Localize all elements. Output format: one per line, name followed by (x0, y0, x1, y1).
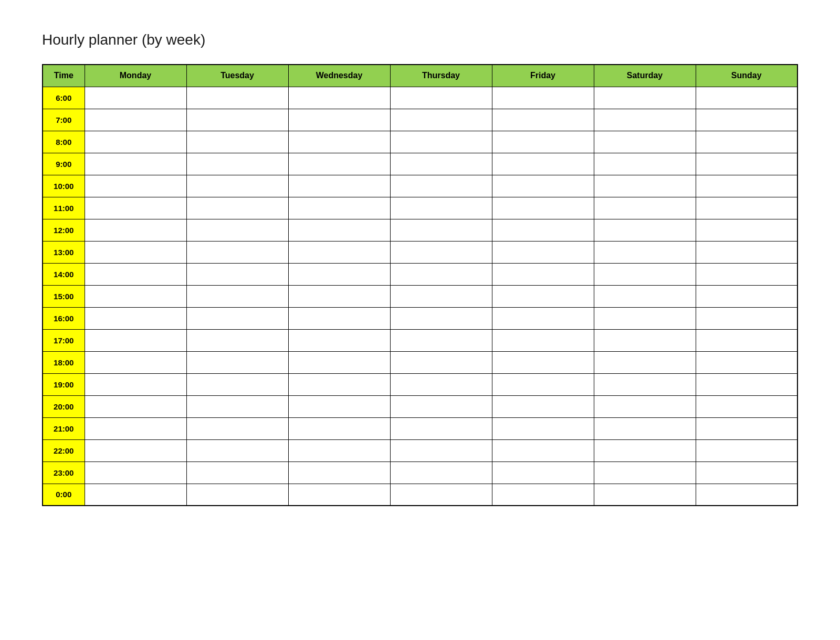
data-cell-17-1[interactable] (186, 461, 288, 484)
data-cell-16-2[interactable] (288, 439, 390, 461)
data-cell-3-0[interactable] (85, 153, 186, 175)
data-cell-1-6[interactable] (696, 109, 797, 131)
data-cell-8-3[interactable] (390, 263, 492, 285)
data-cell-14-0[interactable] (85, 395, 186, 417)
data-cell-11-4[interactable] (492, 329, 594, 351)
data-cell-9-2[interactable] (288, 285, 390, 307)
data-cell-3-2[interactable] (288, 153, 390, 175)
data-cell-12-5[interactable] (594, 351, 696, 373)
data-cell-3-1[interactable] (186, 153, 288, 175)
data-cell-1-4[interactable] (492, 109, 594, 131)
data-cell-15-6[interactable] (696, 417, 797, 439)
data-cell-1-5[interactable] (594, 109, 696, 131)
data-cell-15-4[interactable] (492, 417, 594, 439)
data-cell-15-0[interactable] (85, 417, 186, 439)
data-cell-16-4[interactable] (492, 439, 594, 461)
data-cell-9-0[interactable] (85, 285, 186, 307)
data-cell-15-3[interactable] (390, 417, 492, 439)
data-cell-0-0[interactable] (85, 87, 186, 109)
data-cell-10-2[interactable] (288, 307, 390, 329)
data-cell-16-3[interactable] (390, 439, 492, 461)
data-cell-11-6[interactable] (696, 329, 797, 351)
data-cell-1-1[interactable] (186, 109, 288, 131)
data-cell-2-6[interactable] (696, 131, 797, 153)
data-cell-17-3[interactable] (390, 461, 492, 484)
data-cell-6-5[interactable] (594, 219, 696, 241)
data-cell-0-2[interactable] (288, 87, 390, 109)
data-cell-13-3[interactable] (390, 373, 492, 395)
data-cell-3-6[interactable] (696, 153, 797, 175)
data-cell-4-5[interactable] (594, 175, 696, 197)
data-cell-17-5[interactable] (594, 461, 696, 484)
data-cell-7-0[interactable] (85, 241, 186, 263)
data-cell-12-2[interactable] (288, 351, 390, 373)
data-cell-14-1[interactable] (186, 395, 288, 417)
data-cell-6-4[interactable] (492, 219, 594, 241)
data-cell-4-2[interactable] (288, 175, 390, 197)
data-cell-0-6[interactable] (696, 87, 797, 109)
data-cell-11-1[interactable] (186, 329, 288, 351)
data-cell-8-1[interactable] (186, 263, 288, 285)
data-cell-18-4[interactable] (492, 484, 594, 506)
data-cell-13-5[interactable] (594, 373, 696, 395)
data-cell-2-5[interactable] (594, 131, 696, 153)
data-cell-17-2[interactable] (288, 461, 390, 484)
data-cell-4-0[interactable] (85, 175, 186, 197)
data-cell-2-0[interactable] (85, 131, 186, 153)
data-cell-10-1[interactable] (186, 307, 288, 329)
data-cell-4-3[interactable] (390, 175, 492, 197)
data-cell-9-5[interactable] (594, 285, 696, 307)
data-cell-7-6[interactable] (696, 241, 797, 263)
data-cell-5-3[interactable] (390, 197, 492, 219)
data-cell-8-4[interactable] (492, 263, 594, 285)
data-cell-5-0[interactable] (85, 197, 186, 219)
data-cell-3-5[interactable] (594, 153, 696, 175)
data-cell-18-1[interactable] (186, 484, 288, 506)
data-cell-7-3[interactable] (390, 241, 492, 263)
data-cell-11-5[interactable] (594, 329, 696, 351)
data-cell-18-2[interactable] (288, 484, 390, 506)
data-cell-14-4[interactable] (492, 395, 594, 417)
data-cell-7-1[interactable] (186, 241, 288, 263)
data-cell-5-1[interactable] (186, 197, 288, 219)
data-cell-13-4[interactable] (492, 373, 594, 395)
data-cell-17-0[interactable] (85, 461, 186, 484)
data-cell-10-0[interactable] (85, 307, 186, 329)
data-cell-15-1[interactable] (186, 417, 288, 439)
data-cell-10-4[interactable] (492, 307, 594, 329)
data-cell-16-5[interactable] (594, 439, 696, 461)
data-cell-14-3[interactable] (390, 395, 492, 417)
data-cell-18-0[interactable] (85, 484, 186, 506)
data-cell-14-5[interactable] (594, 395, 696, 417)
data-cell-17-4[interactable] (492, 461, 594, 484)
data-cell-3-4[interactable] (492, 153, 594, 175)
data-cell-16-6[interactable] (696, 439, 797, 461)
data-cell-9-3[interactable] (390, 285, 492, 307)
data-cell-0-3[interactable] (390, 87, 492, 109)
data-cell-12-4[interactable] (492, 351, 594, 373)
data-cell-1-0[interactable] (85, 109, 186, 131)
data-cell-6-2[interactable] (288, 219, 390, 241)
data-cell-5-5[interactable] (594, 197, 696, 219)
data-cell-12-6[interactable] (696, 351, 797, 373)
data-cell-2-1[interactable] (186, 131, 288, 153)
data-cell-2-3[interactable] (390, 131, 492, 153)
data-cell-6-3[interactable] (390, 219, 492, 241)
data-cell-13-6[interactable] (696, 373, 797, 395)
data-cell-15-2[interactable] (288, 417, 390, 439)
data-cell-2-4[interactable] (492, 131, 594, 153)
data-cell-6-6[interactable] (696, 219, 797, 241)
data-cell-8-6[interactable] (696, 263, 797, 285)
data-cell-8-2[interactable] (288, 263, 390, 285)
data-cell-11-2[interactable] (288, 329, 390, 351)
data-cell-4-4[interactable] (492, 175, 594, 197)
data-cell-16-1[interactable] (186, 439, 288, 461)
data-cell-10-5[interactable] (594, 307, 696, 329)
data-cell-13-1[interactable] (186, 373, 288, 395)
data-cell-8-5[interactable] (594, 263, 696, 285)
data-cell-12-1[interactable] (186, 351, 288, 373)
data-cell-14-6[interactable] (696, 395, 797, 417)
data-cell-17-6[interactable] (696, 461, 797, 484)
data-cell-13-0[interactable] (85, 373, 186, 395)
data-cell-11-3[interactable] (390, 329, 492, 351)
